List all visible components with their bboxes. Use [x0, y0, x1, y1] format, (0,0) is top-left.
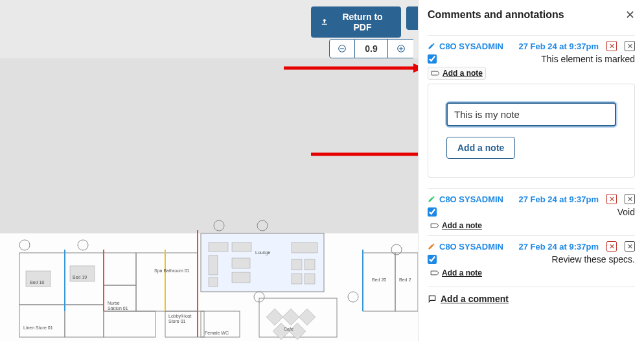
annotation-text: Void	[617, 207, 635, 217]
svg-rect-33	[209, 277, 218, 287]
svg-rect-36	[292, 242, 317, 253]
zoom-in-button[interactable]	[387, 39, 413, 58]
x-icon: ✕	[627, 195, 633, 204]
archive-annotation-button[interactable]: ✕	[625, 194, 635, 204]
close-panel-button[interactable]: ✕	[625, 8, 635, 22]
svg-rect-4	[400, 47, 401, 51]
svg-rect-35	[232, 272, 250, 283]
annotation-item: C8O SYSADMIN 27 Feb 24 at 9:37pm ✕ ✕ Voi…	[428, 188, 635, 235]
close-icon: ✕	[625, 8, 635, 21]
panel-title: Comments and annotations	[428, 9, 564, 21]
add-note-submit-button[interactable]: Add a note	[446, 137, 515, 159]
svg-rect-32	[209, 255, 218, 275]
annotation-checkbox[interactable]	[428, 207, 437, 217]
annotation-author: C8O SYSADMIN	[439, 194, 503, 204]
delete-annotation-button[interactable]: ✕	[606, 194, 617, 204]
plus-icon	[397, 44, 406, 53]
delete-annotation-button[interactable]: ✕	[606, 41, 617, 51]
room-label: Lounge	[255, 250, 270, 255]
annotation-item: C8O SYSADMIN 27 Feb 24 at 9:37pm ✕ ✕ Thi…	[428, 35, 635, 188]
add-note-label: Add a note	[442, 221, 482, 230]
svg-rect-40	[305, 274, 315, 284]
svg-rect-37	[292, 259, 302, 270]
pencil-icon	[428, 42, 435, 50]
annotation-author: C8O SYSADMIN	[439, 41, 503, 51]
room-label: Station 01	[108, 306, 128, 311]
annotation-header: C8O SYSADMIN 27 Feb 24 at 9:37pm ✕ ✕	[428, 241, 635, 252]
svg-point-23	[214, 220, 224, 231]
add-note-link[interactable]: Add a note	[428, 67, 486, 80]
annotation-checkbox[interactable]	[428, 255, 437, 264]
annotation-header: C8O SYSADMIN 27 Feb 24 at 9:37pm ✕ ✕	[428, 41, 635, 51]
annotation-text: This element is marked	[541, 54, 635, 64]
room-label: Bed 20	[372, 277, 386, 282]
x-icon: ✕	[627, 242, 633, 251]
x-icon: ✕	[627, 42, 633, 51]
annotation-body: Review these specs.	[428, 254, 635, 265]
room-label: Female WC	[205, 331, 229, 335]
svg-rect-30	[209, 242, 228, 252]
add-comment-label: Add a comment	[441, 294, 509, 304]
annotation-text: Review these specs.	[552, 254, 635, 265]
note-input[interactable]	[446, 102, 616, 126]
annotation-date: 27 Feb 24 at 9:37pm	[518, 194, 599, 204]
room-label: Cafe	[284, 327, 293, 331]
room-label: Store 01	[168, 319, 186, 323]
label-icon	[430, 270, 439, 276]
pencil-icon	[428, 242, 435, 250]
zoom-value: 0.9	[355, 39, 387, 58]
add-note-label: Add a note	[442, 268, 482, 277]
room-label: Bed 2	[399, 277, 411, 282]
delete-annotation-button[interactable]: ✕	[606, 241, 617, 252]
annotation-author: C8O SYSADMIN	[439, 242, 503, 252]
add-note-label: Add a note	[443, 69, 483, 78]
room-label: Bed 18	[30, 280, 44, 285]
annotation-checkbox[interactable]	[428, 54, 437, 64]
annotation-body: Void	[428, 207, 635, 217]
svg-point-24	[257, 220, 268, 231]
label-icon	[430, 223, 439, 228]
comments-panel: Comments and annotations ✕ C8O SYSADMIN …	[418, 0, 644, 341]
svg-rect-39	[292, 274, 302, 284]
archive-annotation-button[interactable]: ✕	[625, 41, 635, 51]
secondary-toolbar-button[interactable]	[406, 6, 418, 30]
room-label: Spa Bathroom 01	[154, 268, 190, 274]
panel-header: Comments and annotations ✕	[428, 8, 635, 22]
pencil-icon	[428, 195, 435, 203]
floorplan-drawing[interactable]: Bed 18 Bed 19 Linen Store 01 Nurse Stati…	[0, 214, 418, 341]
annotation-header: C8O SYSADMIN 27 Feb 24 at 9:37pm ✕ ✕	[428, 194, 635, 204]
svg-rect-31	[232, 242, 251, 252]
annotation-body: This element is marked	[428, 54, 635, 64]
zoom-controls: 0.9	[329, 39, 413, 58]
zoom-out-button[interactable]	[329, 39, 355, 58]
add-note-link[interactable]: Add a note	[428, 220, 485, 231]
annotation-date: 27 Feb 24 at 9:37pm	[518, 242, 599, 252]
x-icon: ✕	[609, 242, 615, 251]
annotation-item: C8O SYSADMIN 27 Feb 24 at 9:37pm ✕ ✕ Rev…	[428, 235, 635, 283]
minus-icon	[338, 44, 347, 53]
return-label: Return to PDF	[333, 12, 393, 32]
return-to-pdf-button[interactable]: Return to PDF	[311, 6, 401, 38]
note-editor-card: Add a note	[428, 84, 635, 178]
room-label: Nurse	[108, 301, 120, 305]
add-comment-link[interactable]: Add a comment	[428, 287, 635, 304]
x-icon: ✕	[609, 42, 615, 51]
label-icon	[431, 71, 440, 76]
chat-icon	[428, 294, 437, 303]
room-label: Lobby/Host	[168, 314, 191, 319]
pdf-viewer-canvas[interactable]: Return to PDF 0.9	[0, 0, 418, 341]
x-icon: ✕	[609, 195, 615, 204]
room-label: Bed 19	[73, 275, 87, 279]
svg-rect-1	[340, 48, 344, 49]
svg-rect-34	[232, 258, 250, 268]
annotation-date: 27 Feb 24 at 9:37pm	[518, 41, 599, 51]
upload-icon	[320, 18, 329, 27]
add-note-link[interactable]: Add a note	[428, 267, 485, 279]
archive-annotation-button[interactable]: ✕	[625, 241, 635, 252]
viewer-toolbar: Return to PDF	[311, 6, 418, 38]
room-label: Linen Store 01	[23, 325, 53, 330]
svg-rect-38	[305, 259, 315, 270]
